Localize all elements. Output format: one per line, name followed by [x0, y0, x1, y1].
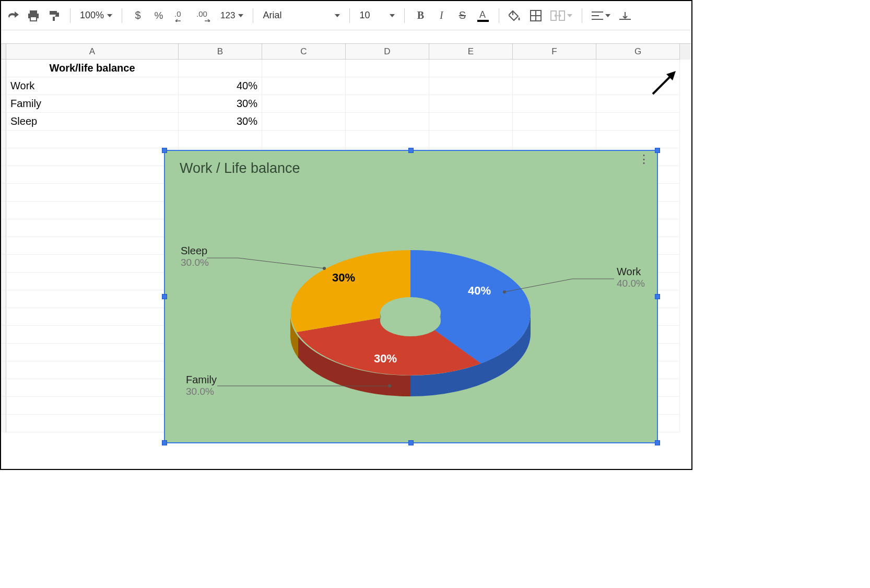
- cell[interactable]: [596, 60, 680, 77]
- cell[interactable]: [6, 131, 179, 148]
- row-header[interactable]: [1, 77, 6, 95]
- increase-decimal-button[interactable]: .00: [193, 6, 215, 25]
- resize-handle[interactable]: [408, 440, 414, 445]
- zoom-dropdown[interactable]: 100%: [77, 6, 115, 25]
- chart-menu-icon[interactable]: ⋮: [638, 157, 650, 161]
- embedded-chart[interactable]: Work / Life balance ⋮ 40: [164, 150, 658, 443]
- percent-button[interactable]: %: [149, 6, 168, 25]
- cell[interactable]: [6, 290, 179, 308]
- cell[interactable]: [6, 255, 179, 273]
- cell[interactable]: [429, 95, 513, 113]
- decrease-decimal-button[interactable]: .0: [170, 6, 191, 25]
- row-header[interactable]: [1, 95, 6, 113]
- row-header[interactable]: [1, 237, 6, 255]
- cell[interactable]: [262, 95, 346, 113]
- select-all-corner[interactable]: [1, 44, 6, 60]
- formula-bar[interactable]: [1, 30, 691, 44]
- currency-button[interactable]: $: [128, 6, 147, 25]
- print-button[interactable]: [24, 6, 43, 25]
- cell[interactable]: [513, 113, 596, 131]
- cell[interactable]: [346, 95, 429, 113]
- column-header[interactable]: A: [6, 44, 179, 60]
- borders-button[interactable]: [526, 6, 545, 25]
- row-header[interactable]: [1, 60, 6, 77]
- cell[interactable]: [262, 60, 346, 77]
- font-size-dropdown[interactable]: 10: [356, 6, 398, 25]
- horizontal-align-button[interactable]: [589, 6, 614, 25]
- row-header[interactable]: [1, 131, 6, 148]
- bold-button[interactable]: B: [411, 6, 430, 25]
- cell-a2[interactable]: Work: [6, 77, 179, 95]
- cell[interactable]: [262, 77, 346, 95]
- cell[interactable]: [596, 131, 680, 148]
- vertical-align-button[interactable]: [616, 6, 634, 25]
- row-header[interactable]: [1, 166, 6, 184]
- cell[interactable]: [6, 219, 179, 237]
- paint-format-button[interactable]: [45, 6, 64, 25]
- cell[interactable]: [596, 113, 680, 131]
- resize-handle[interactable]: [162, 148, 167, 153]
- cell[interactable]: [6, 237, 179, 255]
- cell-b2[interactable]: 40%: [179, 77, 262, 95]
- fill-color-button[interactable]: [505, 6, 524, 25]
- cell-a3[interactable]: Family: [6, 95, 179, 113]
- cell[interactable]: [429, 113, 513, 131]
- cell-a1[interactable]: Work/life balance: [6, 60, 179, 77]
- cell[interactable]: [346, 131, 429, 148]
- cell[interactable]: [429, 77, 513, 95]
- cell[interactable]: [6, 308, 179, 326]
- column-header[interactable]: F: [513, 44, 596, 60]
- cell[interactable]: [346, 113, 429, 131]
- resize-handle[interactable]: [408, 148, 414, 153]
- cell-a4[interactable]: Sleep: [6, 113, 179, 131]
- row-header[interactable]: [1, 255, 6, 273]
- cell[interactable]: [262, 113, 346, 131]
- cell[interactable]: [429, 131, 513, 148]
- row-header[interactable]: [1, 344, 6, 361]
- strikethrough-button[interactable]: S: [453, 6, 472, 25]
- cell[interactable]: [6, 202, 179, 219]
- row-header[interactable]: [1, 219, 6, 237]
- resize-handle[interactable]: [162, 440, 167, 445]
- cell-b3[interactable]: 30%: [179, 95, 262, 113]
- cell[interactable]: [513, 95, 596, 113]
- italic-button[interactable]: I: [432, 6, 451, 25]
- column-header[interactable]: C: [262, 44, 346, 60]
- resize-handle[interactable]: [655, 440, 660, 445]
- resize-handle[interactable]: [655, 148, 660, 153]
- row-header[interactable]: [1, 361, 6, 379]
- merge-cells-button[interactable]: [547, 6, 575, 25]
- cell[interactable]: [513, 77, 596, 95]
- column-header[interactable]: D: [346, 44, 429, 60]
- font-family-dropdown[interactable]: Arial: [260, 6, 343, 25]
- row-header[interactable]: [1, 273, 6, 290]
- row-header[interactable]: [1, 202, 6, 219]
- cell[interactable]: [596, 77, 680, 95]
- cell[interactable]: [262, 131, 346, 148]
- cell-b1[interactable]: [179, 60, 262, 77]
- cell[interactable]: [6, 273, 179, 290]
- cell[interactable]: [6, 344, 179, 361]
- row-header[interactable]: [1, 397, 6, 415]
- cell[interactable]: [6, 379, 179, 397]
- row-header[interactable]: [1, 113, 6, 131]
- row-header[interactable]: [1, 379, 6, 397]
- column-header[interactable]: G: [596, 44, 680, 60]
- row-header[interactable]: [1, 326, 6, 344]
- row-header[interactable]: [1, 290, 6, 308]
- text-color-button[interactable]: A: [474, 6, 492, 25]
- cell[interactable]: [346, 77, 429, 95]
- cell[interactable]: [513, 131, 596, 148]
- row-header[interactable]: [1, 308, 6, 326]
- resize-handle[interactable]: [655, 294, 660, 299]
- cell[interactable]: [6, 361, 179, 379]
- row-header[interactable]: [1, 415, 6, 432]
- cell[interactable]: [6, 148, 179, 166]
- cell[interactable]: [596, 95, 680, 113]
- cell[interactable]: [6, 415, 179, 432]
- cell[interactable]: [346, 60, 429, 77]
- resize-handle[interactable]: [162, 294, 167, 299]
- row-header[interactable]: [1, 148, 6, 166]
- cell[interactable]: [6, 166, 179, 184]
- redo-button[interactable]: [3, 6, 22, 25]
